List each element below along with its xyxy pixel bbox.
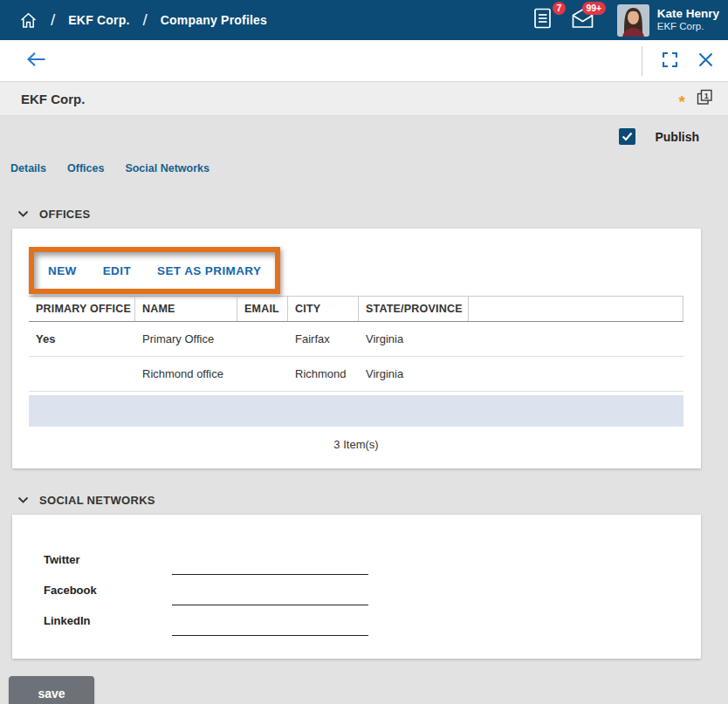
social-networks-section-title: SOCIAL NETWORKS (39, 494, 155, 507)
breadcrumb-separator: / (143, 10, 148, 30)
column-header-name[interactable]: NAME (135, 297, 237, 321)
offices-table: PRIMARY OFFICE NAME EMAIL CITY STATE/PRO… (29, 296, 683, 455)
cell-city (288, 395, 359, 427)
new-button[interactable]: NEW (48, 264, 77, 277)
cell-primary-office (29, 395, 135, 427)
tab-details[interactable]: Details (10, 162, 46, 174)
annotation-highlight: NEW EDIT SET AS PRIMARY (29, 247, 280, 294)
back-arrow-icon (25, 51, 47, 71)
table-row[interactable]: Richmond office Richmond Virginia (29, 357, 683, 392)
breadcrumb-page[interactable]: Company Profiles (161, 13, 267, 27)
mail-icon (570, 18, 595, 33)
record-title: EKF Corp. (21, 92, 85, 106)
mail-notification-button[interactable]: 99+ (570, 6, 599, 34)
social-networks-section-toggle[interactable]: SOCIAL NETWORKS (0, 492, 728, 508)
linkedin-input[interactable] (172, 617, 368, 636)
chevron-down-icon (17, 492, 29, 508)
twitter-label: Twitter (44, 553, 172, 575)
twitter-input[interactable] (172, 556, 368, 575)
facebook-label: Facebook (44, 584, 172, 605)
set-as-primary-button[interactable]: SET AS PRIMARY (157, 264, 261, 277)
column-header-state-province[interactable]: STATE/PROVINCE (359, 297, 469, 321)
save-button[interactable]: save (9, 676, 94, 704)
svg-text:1: 1 (704, 92, 709, 100)
column-header-city[interactable]: CITY (288, 297, 359, 321)
cell-name: Richmond office (135, 357, 237, 391)
tasks-notification-button[interactable]: 7 (532, 6, 559, 34)
required-asterisk: * (679, 91, 685, 106)
breadcrumb-separator: / (51, 10, 55, 30)
facebook-input[interactable] (172, 586, 368, 605)
back-button[interactable] (21, 46, 52, 75)
cell-email (237, 322, 288, 356)
tab-offices[interactable]: Offices (67, 162, 104, 174)
offices-card: NEW EDIT SET AS PRIMARY PRIMARY OFFICE N… (12, 229, 701, 468)
mail-badge: 99+ (582, 2, 606, 15)
publish-row: Publish (0, 116, 728, 145)
tasks-icon (532, 18, 553, 33)
linkedin-label: LinkedIn (44, 614, 172, 636)
edit-button[interactable]: EDIT (103, 264, 131, 277)
cell-email (237, 395, 288, 427)
close-icon (698, 52, 713, 70)
fullscreen-icon (663, 52, 677, 70)
home-icon[interactable] (19, 11, 38, 30)
offices-section-title: OFFICES (39, 208, 90, 221)
tab-social-networks[interactable]: Social Networks (125, 162, 209, 174)
publish-label: Publish (655, 130, 699, 144)
cell-city: Fairfax (288, 322, 359, 356)
breadcrumb-company[interactable]: EKF Corp. (68, 13, 129, 27)
chevron-down-icon (17, 206, 29, 222)
cell-primary-office: Yes (29, 322, 135, 356)
record-toolbar (0, 40, 728, 82)
record-header: EKF Corp. * 1 (0, 82, 728, 116)
table-row-selected[interactable] (29, 395, 683, 427)
checkmark-icon (622, 129, 633, 145)
twitter-field-row: Twitter (31, 544, 701, 575)
cell-state (359, 395, 469, 427)
cell-city: Richmond (288, 357, 359, 391)
close-button[interactable] (694, 48, 718, 74)
cell-email (237, 357, 288, 391)
social-networks-card: Twitter Facebook LinkedIn (12, 515, 701, 659)
facebook-field-row: Facebook (31, 575, 701, 605)
publish-checkbox[interactable] (619, 128, 635, 145)
top-navbar: / EKF Corp. / Company Profiles 7 99+ Kat… (0, 0, 728, 40)
cell-state: Virginia (359, 357, 469, 391)
table-row[interactable]: Yes Primary Office Fairfax Virginia (29, 322, 683, 357)
offices-table-header: PRIMARY OFFICE NAME EMAIL CITY STATE/PRO… (29, 296, 683, 322)
cell-primary-office (29, 357, 135, 391)
column-header-email[interactable]: EMAIL (237, 297, 288, 321)
column-header-primary-office[interactable]: PRIMARY OFFICE (29, 297, 135, 321)
item-count: 3 Item(s) (29, 427, 683, 455)
breadcrumb: / EKF Corp. / Company Profiles (19, 10, 267, 30)
expand-button[interactable] (658, 48, 682, 74)
tasks-badge: 7 (553, 2, 566, 15)
duplicate-page-icon: 1 (696, 88, 714, 109)
user-org: EKF Corp. (657, 21, 719, 33)
toolbar-divider (642, 46, 642, 76)
offices-section-toggle[interactable]: OFFICES (0, 206, 728, 222)
duplicate-record-button[interactable]: 1 (696, 88, 714, 109)
cell-name (135, 395, 237, 427)
user-menu[interactable]: Kate Henry EKF Corp. (617, 4, 719, 37)
user-name: Kate Henry (657, 7, 719, 21)
avatar (617, 4, 649, 37)
cell-state: Virginia (359, 322, 469, 356)
linkedin-field-row: LinkedIn (31, 605, 701, 636)
tab-bar: Details Offices Social Networks (0, 145, 728, 174)
column-header-extra (469, 297, 683, 321)
cell-name: Primary Office (135, 322, 237, 356)
